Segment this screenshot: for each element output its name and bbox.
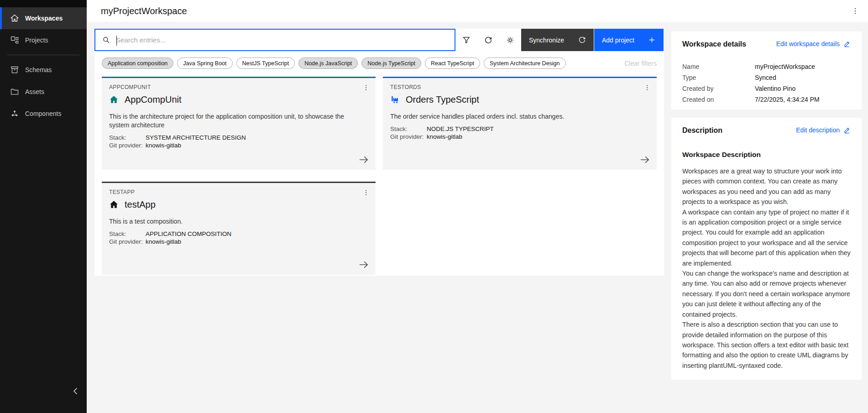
kebab-icon [362,189,370,196]
category-icon [10,36,19,45]
sidebar-item-projects[interactable]: Projects [0,29,87,51]
plus-icon [648,36,656,44]
edit-workspace-details-label: Edit workspace details [776,40,840,47]
stack-label: Stack: [109,134,146,141]
sidebar-item-schemas[interactable]: Schemas [0,59,87,81]
project-card-orders-typescript[interactable]: TESTORDS Orders TypeScript The order ser… [383,77,657,170]
add-project-button[interactable]: Add project [594,29,664,51]
stack-label: Stack: [390,125,427,133]
open-project-button[interactable] [358,154,369,165]
refresh-icon [484,36,492,44]
filter-funnel-icon [462,36,471,44]
project-card-appcompunit[interactable]: APPCOMPUNIT AppCompUnit This is the arch… [102,77,376,170]
workspace-description-body: Workspaces are a great way to structure … [682,166,851,371]
synchronize-button-label: Synchronize [529,37,564,44]
open-project-button[interactable] [639,154,650,165]
filter-tag[interactable]: Java Spring Boot [177,58,232,69]
stack-value: NODE.JS TYPESCRIPT [427,125,494,133]
search-input[interactable] [116,30,455,50]
filter-tag[interactable]: Application composition [102,58,173,69]
refresh-button[interactable] [477,29,499,51]
synchronize-button[interactable]: Synchronize [521,29,594,51]
project-cards-grid: APPCOMPUNIT AppCompUnit This is the arch… [94,77,664,275]
edit-workspace-details-link[interactable]: Edit workspace details [776,40,851,47]
detail-label: Created by [682,83,755,94]
sidebar-divider [7,55,79,55]
kebab-icon [851,7,859,15]
filter-tags-row: Application composition Java Spring Boot… [94,58,664,69]
card-description: This is a test composition. [109,217,365,226]
sync-icon [578,36,586,44]
git-provider-label: Git provider: [390,133,427,141]
filter-tag[interactable]: Node.js JavaScript [298,58,358,69]
sidebar-item-workspaces[interactable]: Workspaces [0,7,87,29]
card-title: AppCompUnit [125,94,182,105]
card-overflow-menu-button[interactable] [640,81,654,94]
detail-label: Created on [682,94,755,105]
workspace-details-title: Workspace details [682,40,746,48]
shopping-trolley-icon [390,95,400,105]
filter-tag[interactable]: Node.js TypeScript [361,58,421,69]
sidebar-item-label: Assets [25,88,44,95]
detail-row: NamemyProjectWorkspace [682,61,851,72]
page-title: myProjectWorkspace [101,6,187,16]
sidebar-collapse-button[interactable] [68,383,84,399]
projects-panel: Synchronize Add project Application comp… [94,29,664,276]
card-eyebrow: APPCOMPUNIT [109,84,368,90]
card-overflow-menu-button[interactable] [359,81,373,94]
clear-filters-button[interactable]: Clear filters [624,60,657,67]
sidebar-item-label: Components [25,110,61,117]
sidebar: Workspaces Projects Schemas Assets Compo… [0,0,87,413]
detail-label: Name [682,61,755,72]
card-description: This is the architecture project for the… [109,112,365,130]
description-panel-title: Description [682,126,722,135]
card-overflow-menu-button[interactable] [359,186,373,199]
workspace-description-heading: Workspace Description [682,151,851,159]
detail-value: 7/22/2025, 4:34:24 PM [755,94,820,105]
folder-icon [10,87,19,96]
workspace-details-panel: Workspace details Edit workspace details… [671,31,862,110]
edit-description-link[interactable]: Edit description [796,126,851,134]
sidebar-item-label: Schemas [25,66,52,73]
description-paragraph: Workspaces are a great way to structure … [682,166,851,207]
git-provider-value: knowis-gitlab [146,141,181,149]
archive-icon [10,65,19,74]
top-bar: myProjectWorkspace [87,0,868,22]
detail-row: TypeSynced [682,72,851,83]
description-paragraph: You can change the workspace's name and … [682,268,851,319]
detail-row: Created byValentino Pino [682,83,851,94]
filter-button[interactable] [455,29,477,51]
arrow-right-icon [358,154,369,165]
git-provider-label: Git provider: [109,238,146,246]
home-icon [109,95,119,105]
page-overflow-menu-button[interactable] [848,4,863,18]
card-eyebrow: TESTORDS [390,84,649,90]
home-icon [10,14,19,23]
filter-tag[interactable]: System Architecture Design [484,58,566,69]
description-paragraph: There is also a description section that… [682,319,851,371]
detail-label: Type [682,72,755,83]
open-project-button[interactable] [358,259,369,270]
description-paragraph: A workspace can contain any type of proj… [682,207,851,268]
detail-row: Created on7/22/2025, 4:34:24 PM [682,94,851,105]
edit-description-label: Edit description [796,126,840,134]
search-box [94,29,455,51]
sidebar-item-components[interactable]: Components [0,103,87,125]
pencil-edit-icon [843,126,851,134]
git-provider-value: knowis-gitlab [427,133,462,141]
filter-tag[interactable]: NestJS TypeScript [236,58,295,69]
detail-value: Valentino Pino [755,83,795,94]
stack-value: SYSTEM ARCHITECTURE DESIGN [146,134,246,141]
project-card-testapp[interactable]: TESTAPP testApp This is a test compositi… [102,182,376,275]
filter-tag[interactable]: React TypeScript [425,58,480,69]
kebab-icon [643,84,651,91]
sidebar-item-label: Projects [25,37,48,44]
gear-icon [506,36,514,44]
settings-button[interactable] [499,29,521,51]
arrow-right-icon [358,259,369,270]
sidebar-item-assets[interactable]: Assets [0,81,87,103]
sidebar-item-label: Workspaces [25,15,63,22]
projects-toolbar: Synchronize Add project [94,29,664,51]
card-title: Orders TypeScript [406,94,479,105]
sidebar-top-strip [0,0,87,7]
